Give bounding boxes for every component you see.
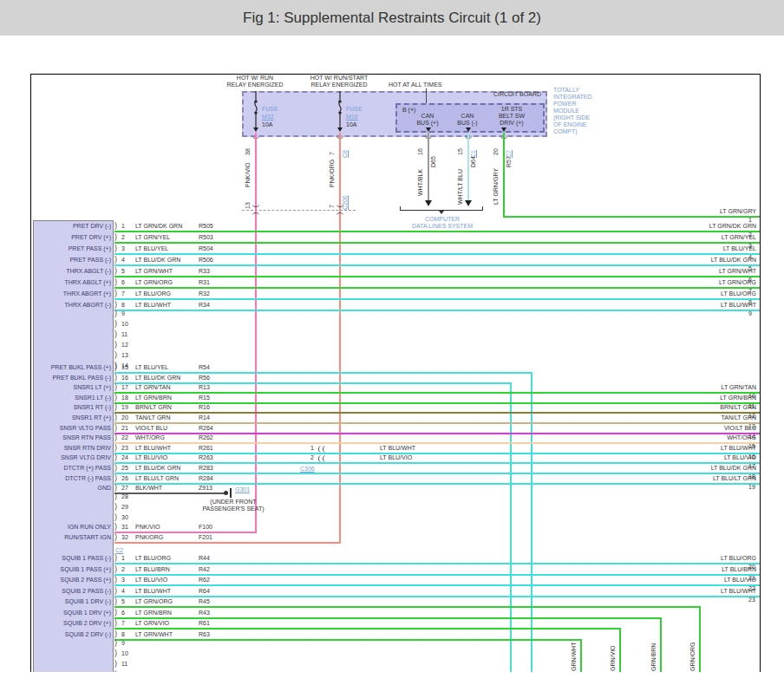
cavity-bracket: ) <box>114 320 117 327</box>
circuit-code: R263 <box>199 454 213 461</box>
cavity-bracket: ) <box>114 434 117 440</box>
pin-number: 5 <box>121 598 125 605</box>
circuit-code: R57 <box>506 153 513 167</box>
ground-bar-icon <box>230 488 232 498</box>
right-pin-number: 9 <box>748 310 752 317</box>
pin-number: 31 <box>121 524 128 531</box>
cavity-bracket: ) <box>114 630 117 637</box>
fuse-id-link[interactable]: M16 <box>346 114 358 121</box>
wire-line <box>114 298 761 300</box>
wire-line <box>114 493 225 494</box>
wire-color-label: LT BLU/WHT <box>380 445 415 452</box>
circuit-code: D65 <box>430 153 437 167</box>
circuit-code: R43 <box>199 610 210 616</box>
cavity-bracket: ) <box>114 403 117 410</box>
circuit-code: R503 <box>199 234 213 241</box>
cavity-bracket: ) <box>114 619 117 626</box>
wire-line <box>699 606 701 672</box>
wire-line <box>114 264 761 266</box>
circuit-code: R44 <box>199 555 210 562</box>
pin-number: 3 <box>121 245 125 252</box>
wire-line <box>428 133 429 202</box>
circuit-code: R14 <box>199 414 210 421</box>
right-wire-label: VIO/LT BLU <box>644 425 756 432</box>
circuit-code: R63 <box>199 631 210 638</box>
fuse-symbol <box>335 91 345 129</box>
pin-number: 6 <box>121 610 125 616</box>
wire-color-label: LT BLU/VIO <box>135 577 167 584</box>
circuit-code: R505 <box>199 223 213 230</box>
left-pin-label: SQUIB 2 DRV (-) <box>35 631 111 638</box>
connector-link[interactable]: C8 <box>342 147 349 158</box>
cavity-bracket: ) <box>114 256 117 263</box>
c306-link[interactable]: C306 <box>300 466 315 473</box>
computer-data-lines-note: COMPUTER DATA LINES SYSTEM <box>385 216 500 230</box>
connector-half-icon <box>318 455 322 462</box>
cavity-bracket: ) <box>114 374 117 381</box>
pin-number: 30 <box>121 514 128 521</box>
cavity-bracket: ) <box>114 649 117 656</box>
pin-number: 4 <box>121 257 125 264</box>
wire-color-label: WHT/LT BLU <box>457 164 464 205</box>
pin-number: 4 <box>121 588 125 595</box>
connector-half-icon <box>318 446 322 453</box>
circuit-code: R61 <box>199 620 210 627</box>
connector-half-icon <box>323 446 326 453</box>
wire-color-label: GRN/BRN <box>650 635 657 671</box>
right-wire-label: LT BLU/WHT <box>644 445 756 452</box>
connector-half-icon <box>323 455 326 462</box>
circuit-code: R15 <box>199 395 210 401</box>
wire-color-label: LT GRN/BRN <box>135 395 172 401</box>
wire-line <box>114 606 701 608</box>
circuit-code: R284 <box>199 475 213 482</box>
circuit-code: D64 <box>470 153 477 167</box>
wire-color-label: LT GRN/DK GRN <box>135 223 182 230</box>
c200-link[interactable]: C200 <box>342 187 349 210</box>
cavity-bracket: ) <box>114 310 117 316</box>
left-pin-label: SQUIB 1 DRV (+) <box>35 610 111 616</box>
pin-number: 9 <box>121 640 125 647</box>
wire-line <box>114 639 582 641</box>
cavity-bracket: ) <box>114 503 117 510</box>
wire-line <box>503 133 505 218</box>
pin-number: 2 <box>121 234 125 241</box>
circuit-code: R33 <box>199 268 210 275</box>
brace-end <box>482 206 483 210</box>
right-wire-label: TAN/LT GRN <box>644 414 756 421</box>
right-wire-label: LT BLU/DK GRN <box>644 257 756 264</box>
data-line-arrow-icon <box>465 200 472 206</box>
ground-link[interactable]: G301 <box>235 486 250 493</box>
fuse-id-link[interactable]: M32 <box>262 114 274 121</box>
circuit-code: R31 <box>199 279 210 286</box>
pin-number: 24 <box>121 454 128 461</box>
power-label-hot-all-times: HOT AT ALL TIMES <box>389 82 441 88</box>
cavity-bracket: ) <box>114 351 117 358</box>
circuit-code: R54 <box>199 364 210 371</box>
wire-line <box>114 542 339 544</box>
page: Fig 1: Supplemental Restraints Circuit (… <box>0 0 784 698</box>
pin-number: 7 <box>329 147 336 155</box>
pin-number: 20 <box>121 414 128 421</box>
wire-line <box>114 532 255 533</box>
circuit-code: R64 <box>199 588 210 595</box>
wire-color-label: GRN/VIO <box>610 635 617 671</box>
right-wire-label: LT GRN/WHT <box>644 268 756 275</box>
left-pin-label: THRX ABGRT (-) <box>35 302 111 309</box>
wire-color-label: LT BLU/BRN <box>135 566 170 573</box>
ground-note: (UNDER FRONT PASSENGER'S SEAT) <box>173 499 294 512</box>
cavity-bracket: ) <box>114 363 117 370</box>
right-wire-label: LT BLU/DK GRN <box>644 465 756 472</box>
circuit-code: R34 <box>199 302 210 309</box>
circuit-code: F100 <box>199 524 212 531</box>
pin-number: 20 <box>493 144 500 155</box>
pin-number: 12 <box>121 342 128 349</box>
data-line-arrow-icon <box>425 200 432 206</box>
right-wire-label: LT BLU/ORG <box>644 290 756 297</box>
left-pin-label: SNSR1 LT (+) <box>35 384 111 391</box>
cavity-bracket: ) <box>114 670 117 672</box>
wire-color-label: LT GRN/YEL <box>135 234 170 241</box>
cavity-bracket: ) <box>114 660 117 667</box>
left-pin-label: DTCTR (-) PASS <box>35 475 111 482</box>
circuit-code: R283 <box>199 465 213 472</box>
wire-color-label: GRN/ORG <box>689 635 696 671</box>
